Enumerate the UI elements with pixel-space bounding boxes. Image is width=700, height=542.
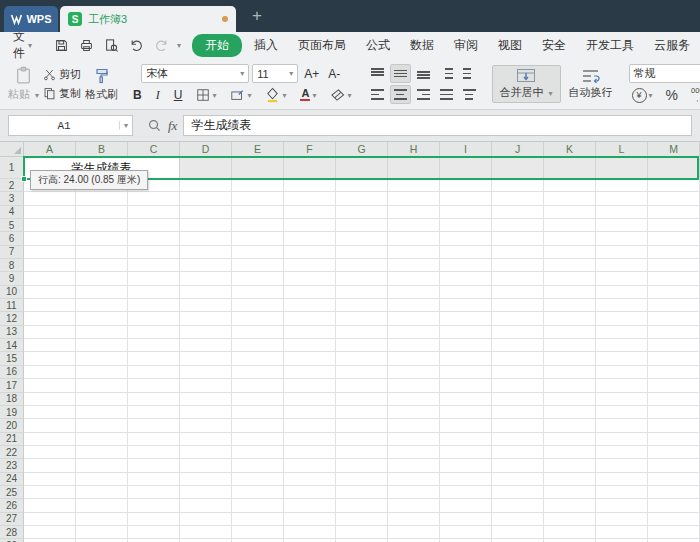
cell-M11[interactable] <box>648 299 700 312</box>
cell-E8[interactable] <box>232 259 284 272</box>
cell-E7[interactable] <box>232 246 284 259</box>
cell-L14[interactable] <box>596 339 648 352</box>
cut-button[interactable]: 剪切 <box>43 67 81 82</box>
copy-button[interactable]: 复制 <box>43 86 81 101</box>
cell-E17[interactable] <box>232 379 284 392</box>
selection-fill-handle[interactable] <box>21 176 27 182</box>
cell-D13[interactable] <box>180 326 232 339</box>
cell-I19[interactable] <box>440 406 492 419</box>
cell-A24[interactable] <box>24 473 76 486</box>
redo-button[interactable] <box>151 36 172 55</box>
cell-D15[interactable] <box>180 352 232 365</box>
cell-A23[interactable] <box>24 459 76 472</box>
file-menu[interactable]: 文件 <box>13 28 25 62</box>
cell-L1[interactable] <box>596 157 648 179</box>
cell-E22[interactable] <box>232 446 284 459</box>
cell-H16[interactable] <box>388 366 440 379</box>
cell-M5[interactable] <box>648 219 700 232</box>
cell-E16[interactable] <box>232 366 284 379</box>
cell-M15[interactable] <box>648 352 700 365</box>
cell-A10[interactable] <box>24 286 76 299</box>
cell-M10[interactable] <box>648 286 700 299</box>
cell-B22[interactable] <box>76 446 128 459</box>
cell-J9[interactable] <box>492 272 544 285</box>
cell-M7[interactable] <box>648 246 700 259</box>
name-box-caret-icon[interactable]: ▾ <box>119 121 132 130</box>
cell-K10[interactable] <box>544 286 596 299</box>
cell-E24[interactable] <box>232 473 284 486</box>
cell-G11[interactable] <box>336 299 388 312</box>
italic-button[interactable]: I <box>153 87 163 104</box>
cell-J17[interactable] <box>492 379 544 392</box>
align-top-button[interactable] <box>367 64 388 83</box>
row-header-10[interactable]: 10 <box>0 286 24 299</box>
cell-K3[interactable] <box>544 192 596 205</box>
cell-L11[interactable] <box>596 299 648 312</box>
row-header-5[interactable]: 5 <box>0 219 24 232</box>
cell-D8[interactable] <box>180 259 232 272</box>
cell-H3[interactable] <box>388 192 440 205</box>
cell-E9[interactable] <box>232 272 284 285</box>
row-header-26[interactable]: 26 <box>0 499 24 512</box>
cell-K5[interactable] <box>544 219 596 232</box>
font-size-select[interactable]: 11▾ <box>252 64 298 83</box>
cell-L16[interactable] <box>596 366 648 379</box>
column-header-G[interactable]: G <box>336 142 388 157</box>
column-header-F[interactable]: F <box>284 142 336 157</box>
cell-M4[interactable] <box>648 206 700 219</box>
cell-A22[interactable] <box>24 446 76 459</box>
cell-K1[interactable] <box>544 157 596 179</box>
row-header-28[interactable]: 28 <box>0 526 24 539</box>
cell-D2[interactable] <box>180 179 232 192</box>
cell-E13[interactable] <box>232 326 284 339</box>
cell-H4[interactable] <box>388 206 440 219</box>
cell-M19[interactable] <box>648 406 700 419</box>
cell-J5[interactable] <box>492 219 544 232</box>
cell-H28[interactable] <box>388 526 440 539</box>
cell-B10[interactable] <box>76 286 128 299</box>
cell-J22[interactable] <box>492 446 544 459</box>
cell-C20[interactable] <box>128 419 180 432</box>
row-header-24[interactable]: 24 <box>0 473 24 486</box>
cell-M23[interactable] <box>648 459 700 472</box>
cell-K22[interactable] <box>544 446 596 459</box>
cell-C22[interactable] <box>128 446 180 459</box>
cell-L3[interactable] <box>596 192 648 205</box>
cell-G15[interactable] <box>336 352 388 365</box>
column-header-K[interactable]: K <box>544 142 596 157</box>
cell-A16[interactable] <box>24 366 76 379</box>
cell-G9[interactable] <box>336 272 388 285</box>
menu-tab-数据[interactable]: 数据 <box>400 34 444 57</box>
cell-H12[interactable] <box>388 312 440 325</box>
cell-G3[interactable] <box>336 192 388 205</box>
cell-A25[interactable] <box>24 486 76 499</box>
cell-D25[interactable] <box>180 486 232 499</box>
quick-access-more-icon[interactable]: ▾ <box>177 41 181 50</box>
align-middle-button[interactable] <box>390 64 411 83</box>
cell-I16[interactable] <box>440 366 492 379</box>
cell-K12[interactable] <box>544 312 596 325</box>
column-header-M[interactable]: M <box>648 142 700 157</box>
cell-K19[interactable] <box>544 406 596 419</box>
cell-J28[interactable] <box>492 526 544 539</box>
cell-I18[interactable] <box>440 393 492 406</box>
cell-M17[interactable] <box>648 379 700 392</box>
cell-K9[interactable] <box>544 272 596 285</box>
increase-indent-button[interactable] <box>459 64 480 83</box>
cell-F12[interactable] <box>284 312 336 325</box>
cell-F2[interactable] <box>284 179 336 192</box>
cell-M27[interactable] <box>648 513 700 526</box>
cell-J1[interactable] <box>492 157 544 179</box>
cell-G21[interactable] <box>336 433 388 446</box>
cell-D16[interactable] <box>180 366 232 379</box>
cell-C26[interactable] <box>128 499 180 512</box>
row-header-20[interactable]: 20 <box>0 419 24 432</box>
cell-H20[interactable] <box>388 419 440 432</box>
cell-D28[interactable] <box>180 526 232 539</box>
cell-M9[interactable] <box>648 272 700 285</box>
cell-E14[interactable] <box>232 339 284 352</box>
cell-G25[interactable] <box>336 486 388 499</box>
cell-G27[interactable] <box>336 513 388 526</box>
cell-C9[interactable] <box>128 272 180 285</box>
cell-A14[interactable] <box>24 339 76 352</box>
